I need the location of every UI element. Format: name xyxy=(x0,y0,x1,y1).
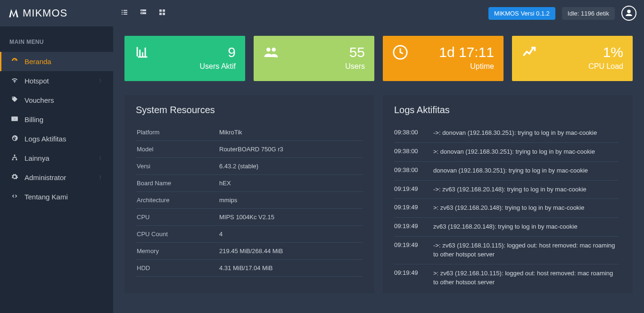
log-time: 09:19:49 xyxy=(394,241,425,259)
resource-row: Architecturemmips xyxy=(136,192,363,209)
logo[interactable]: MIKMOS xyxy=(8,7,111,19)
stat-card-uptime[interactable]: 1d 17:11Uptime xyxy=(383,36,504,81)
sidebar-item-lainnya[interactable]: Lainnya〉 xyxy=(0,148,113,168)
sidebar-item-vouchers[interactable]: Vouchers xyxy=(0,91,113,110)
stat-card-cpu-load[interactable]: 1%CPU Load xyxy=(512,36,633,81)
log-time: 09:38:00 xyxy=(394,166,425,175)
log-message: ->: zv63 (192.168.20.148): trying to log… xyxy=(433,185,619,194)
sidebar-item-hotspot[interactable]: Hotspot〉 xyxy=(0,71,113,91)
log-row: 09:38:00donovan (192.168.30.251): trying… xyxy=(394,162,619,181)
resource-key: Architecture xyxy=(137,197,219,204)
avatar[interactable] xyxy=(621,6,636,21)
wifi-icon xyxy=(9,76,20,85)
sidebar-item-label: Tentang Kami xyxy=(25,193,68,201)
resource-row: Memory219.45 MiB/268.44 MiB xyxy=(136,243,363,260)
sidebar-item-label: Administrator xyxy=(25,173,66,181)
resource-value: MIPS 1004Kc V2.15 xyxy=(219,214,274,221)
chevron-right-icon: 〉 xyxy=(99,174,104,181)
list-icon[interactable] xyxy=(121,8,128,18)
sitemap-icon xyxy=(9,154,20,163)
line-chart-icon xyxy=(521,44,537,64)
server-icon[interactable] xyxy=(140,8,147,18)
svg-point-3 xyxy=(14,118,15,119)
log-message: ->: zv63 (192.168.10.115): logged out: h… xyxy=(433,241,619,259)
log-time: 09:19:49 xyxy=(394,269,425,284)
system-resources-panel: System Resources PlatformMikroTikModelRo… xyxy=(124,95,374,294)
resource-key: Memory xyxy=(137,247,219,255)
resource-key: HDD xyxy=(137,264,219,272)
grid-icon[interactable] xyxy=(158,8,166,18)
stat-value: 55 xyxy=(345,44,365,60)
brand-text: MIKMOS xyxy=(23,7,67,19)
menu-header: MAIN MENU xyxy=(0,33,113,52)
topbar-right: MIKMOS Versi 0.1.2 Idle: 1196 detik xyxy=(488,6,636,21)
log-time: 09:38:00 xyxy=(394,148,425,156)
bar-chart-icon xyxy=(134,44,150,64)
log-row: 09:19:49->: zv63 (192.168.10.115): logge… xyxy=(394,237,619,264)
log-message: >: donovan (192.168.30.251): trying to l… xyxy=(433,148,619,156)
sidebar-item-logs-aktifitas[interactable]: Logs Aktifitas xyxy=(0,129,113,148)
history-icon xyxy=(9,134,20,143)
svg-point-0 xyxy=(141,10,142,11)
resource-value: 4.31 MiB/17.04 MiB xyxy=(219,264,272,272)
stat-label: Uptime xyxy=(439,62,494,71)
resource-row: CPU Count4 xyxy=(136,226,363,243)
dashboard-icon xyxy=(9,57,20,66)
resource-row: Board NamehEX xyxy=(136,175,363,192)
log-message: ->: donovan (192.168.30.251): trying to … xyxy=(433,129,619,138)
log-row: 09:19:49>: zv63 (192.168.10.115): logged… xyxy=(394,264,619,284)
top-icons xyxy=(111,8,166,18)
log-message: zv63 (192.168.20.148): trying to log in … xyxy=(433,222,619,231)
log-row: 09:38:00->: donovan (192.168.30.251): tr… xyxy=(394,124,619,143)
sidebar-item-tentang-kami[interactable]: Tentang Kami xyxy=(0,187,113,206)
users-icon xyxy=(263,44,279,64)
sidebar-item-beranda[interactable]: Beranda xyxy=(0,52,113,71)
stat-card-users[interactable]: 55Users xyxy=(254,36,374,81)
resource-row: Versi6.43.2 (stable) xyxy=(136,158,363,175)
money-icon xyxy=(9,115,20,124)
resource-key: Model xyxy=(137,146,219,153)
sidebar-item-label: Hotspot xyxy=(25,77,49,85)
clock-icon xyxy=(392,44,408,64)
resource-key: CPU xyxy=(137,214,219,221)
resource-row: PlatformMikroTik xyxy=(136,124,363,141)
log-time: 09:38:00 xyxy=(394,129,425,138)
resource-value: 219.45 MiB/268.44 MiB xyxy=(219,247,283,255)
code-icon xyxy=(9,192,20,201)
stat-value: 1% xyxy=(588,44,623,60)
sidebar-item-billing[interactable]: Billing xyxy=(0,110,113,129)
sidebar-item-administrator[interactable]: Administrator〉 xyxy=(0,168,113,187)
main-content: 9Users Aktif55Users1d 17:11Uptime1%CPU L… xyxy=(113,26,644,313)
stat-label: Users Aktif xyxy=(200,62,236,71)
resource-key: Board Name xyxy=(137,180,219,187)
resource-key: Versi xyxy=(137,163,219,170)
log-list[interactable]: 09:38:00->: donovan (192.168.30.251): tr… xyxy=(394,124,621,284)
tag-icon xyxy=(9,96,20,105)
sidebar-item-label: Billing xyxy=(25,115,43,124)
sidebar-item-label: Lainnya xyxy=(25,154,50,162)
svg-point-1 xyxy=(141,13,142,14)
idle-button[interactable]: Idle: 1196 detik xyxy=(562,7,615,20)
version-button[interactable]: MIKMOS Versi 0.1.2 xyxy=(488,7,555,20)
resource-value: mmips xyxy=(219,197,237,204)
log-time: 09:19:49 xyxy=(394,185,425,194)
resource-value: 4 xyxy=(219,231,223,238)
resource-value: RouterBOARD 750G r3 xyxy=(219,146,283,153)
resource-value: hEX xyxy=(219,180,231,187)
stat-cards: 9Users Aktif55Users1d 17:11Uptime1%CPU L… xyxy=(124,36,633,81)
stat-label: Users xyxy=(345,62,365,71)
stat-value: 1d 17:11 xyxy=(439,44,494,60)
topbar: MIKMOS MIKMOS Versi 0.1.2 Idle: 1196 det… xyxy=(0,0,644,26)
resource-row: ModelRouterBOARD 750G r3 xyxy=(136,141,363,158)
chevron-right-icon: 〉 xyxy=(99,155,104,162)
log-message: >: zv63 (192.168.20.148): trying to log … xyxy=(433,204,619,213)
stat-label: CPU Load xyxy=(588,62,623,71)
log-row: 09:19:49->: zv63 (192.168.20.148): tryin… xyxy=(394,181,619,199)
stat-card-users-aktif[interactable]: 9Users Aktif xyxy=(124,36,245,81)
log-row: 09:19:49zv63 (192.168.20.148): trying to… xyxy=(394,218,619,237)
resource-key: CPU Count xyxy=(137,231,219,238)
log-row: 09:19:49>: zv63 (192.168.20.148): trying… xyxy=(394,199,619,218)
logs-panel: Logs Aktifitas 09:38:00->: donovan (192.… xyxy=(383,95,633,294)
sidebar: MAIN MENU BerandaHotspot〉VouchersBilling… xyxy=(0,26,113,313)
resource-key: Platform xyxy=(137,129,219,136)
